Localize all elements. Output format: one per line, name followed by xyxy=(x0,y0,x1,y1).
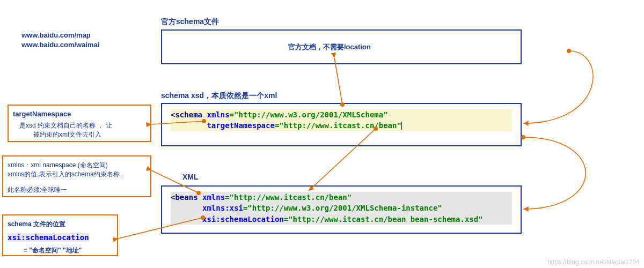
section-title-official: 官方schema文件 xyxy=(161,17,219,27)
schema-tag-open: <schema xyxy=(171,110,202,119)
section-title-schema-xsd: schema xsd，本质依然是一个xml xyxy=(161,91,277,101)
targetns-title: targetNamespace xyxy=(13,110,146,118)
targetns-annotation-box: targetNamespace 是xsd 约束文档自己的名称 ， 让 被约束的x… xyxy=(8,105,151,142)
schema-code-block: <schema xmlns="http://www.w3.org/2001/XM… xyxy=(171,109,512,131)
xml-val-xmlns-xsi: "http://www.w3.org/2001/XMLSchema-instan… xyxy=(247,204,442,212)
schemaloc-val: = "命名空间" "地址" xyxy=(24,246,113,255)
official-schema-box: 官方文档，不需要location xyxy=(161,29,522,64)
xmlns-line3: 此名称必须:全球唯一 xyxy=(8,185,146,195)
url-baidu-waimai: www.baidu.com/waimai xyxy=(21,41,99,49)
schemaloc-title: schema 文件的位置 xyxy=(8,220,113,229)
schema-attr-targetns: targetNamespace xyxy=(207,121,274,130)
xmlns-line1: xmlns：xml namespace (命名空间) xyxy=(8,161,146,170)
schema-attr-xmlns: xmlns xyxy=(207,110,229,119)
text-cursor xyxy=(401,122,402,130)
xml-attr-xmlns: xmlns xyxy=(202,193,225,202)
official-note: 官方文档，不需要location xyxy=(288,42,371,52)
xml-code-block: <beans xmlns="http://www.itcast.cn/bean"… xyxy=(171,192,512,225)
schema-val-targetns: "http://www.itcast.cn/bean" xyxy=(279,121,401,130)
watermark: https://blog.csdn.net/xiaotai1234 xyxy=(547,258,640,266)
xml-box: <beans xmlns="http://www.itcast.cn/bean"… xyxy=(161,185,522,234)
url-baidu-map: www.baidu.com/map xyxy=(21,31,91,39)
schemaloc-code: xsi:schemaLocation xyxy=(8,233,89,242)
targetns-desc2: 被约束的xml文件去引入 xyxy=(33,130,146,139)
section-title-xml: XML xyxy=(182,173,199,181)
schema-xsd-box: <schema xmlns="http://www.w3.org/2001/XM… xyxy=(161,103,522,146)
xml-val-xmlns: "http://www.itcast.cn/bean" xyxy=(230,193,352,202)
xmlns-line2: xmlns的值,表示引入的schema约束名称 . xyxy=(8,170,146,179)
targetns-desc1: 是xsd 约束文档自己的名称 ， 让 xyxy=(19,121,146,130)
xml-attr-schemaloc: xsi:schemaLocation xyxy=(202,215,284,224)
schemaloc-annotation-box: schema 文件的位置 xsi:schemaLocation = "命名空间"… xyxy=(2,214,118,256)
xml-val-schemaloc: "http://www.itcast.cn/bean bean-schema.x… xyxy=(288,215,482,224)
schema-val-xmlns: "http://www.w3.org/2001/XMLSchema" xyxy=(234,110,388,119)
xml-attr-xmlns-xsi: xmlns:xsi xyxy=(202,204,243,212)
xmlns-annotation-box: xmlns：xml namespace (命名空间) xmlns的值,表示引入的… xyxy=(2,155,151,197)
xml-tag-open: <beans xyxy=(171,193,198,202)
